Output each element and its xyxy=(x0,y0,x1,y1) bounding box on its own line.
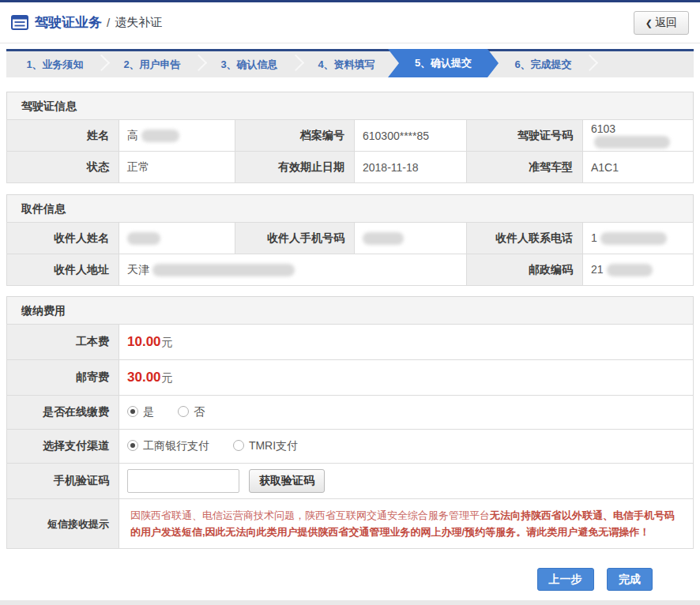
radio-tmri-pay-label[interactable]: TMRI支付 xyxy=(249,439,298,452)
value-text: 天津 xyxy=(127,263,149,276)
table-row: 收件人姓名 收件人手机号码 收件人联系电话 1 xyxy=(7,223,694,254)
value-text: 21 xyxy=(591,263,604,276)
payment-section-title: 缴纳费用 xyxy=(6,296,694,325)
online-payment-options: 是 否 xyxy=(119,396,694,430)
step-4-fill-materials[interactable]: 4、资料填写 xyxy=(298,51,395,77)
bottom-divider-strip xyxy=(0,600,700,605)
field-label-online-payment: 是否在线缴费 xyxy=(7,396,119,430)
previous-step-button[interactable]: 上一步 xyxy=(537,568,594,591)
field-value-recipient-phone: 1 xyxy=(583,223,694,254)
step-navigation: 1、业务须知 2、用户申告 3、确认信息 4、资料填写 5、确认提交 6、完成提… xyxy=(6,49,694,77)
radio-icbc-pay-label[interactable]: 工商银行支付 xyxy=(143,439,209,452)
field-label-sms-notice: 短信接收提示 xyxy=(7,499,119,549)
value-text: 高 xyxy=(127,129,138,141)
step-label: 6、完成提交 xyxy=(514,58,571,72)
back-arrow-icon: ❮ xyxy=(645,18,653,28)
step-separator xyxy=(581,54,598,71)
field-value-recipient-address: 天津 xyxy=(119,254,467,286)
get-sms-code-button[interactable]: 获取验证码 xyxy=(249,469,325,493)
back-button[interactable]: ❮返回 xyxy=(634,11,689,35)
field-label-recipient-mobile: 收件人手机号码 xyxy=(235,223,355,254)
field-value-production-fee: 10.00元 xyxy=(119,325,694,360)
step-3-confirm-info[interactable]: 3、确认信息 xyxy=(201,51,298,77)
pickup-info-table: 收件人姓名 收件人手机号码 收件人联系电话 1 收件人地址 天津 邮政编码 21 xyxy=(6,222,694,286)
payment-section: 缴纳费用 工本费 10.00元 邮寄费 30.00元 是否在线缴费 是 否 选择… xyxy=(6,296,694,549)
pickup-info-section: 取件信息 收件人姓名 收件人手机号码 收件人联系电话 1 收件人地址 天津 邮政… xyxy=(6,194,694,286)
field-label-status: 状态 xyxy=(7,152,119,183)
license-section-title: 驾驶证信息 xyxy=(6,92,694,120)
radio-no-label[interactable]: 否 xyxy=(194,405,205,418)
notice-text-normal: 因陕西省联通、电信运营商技术问题，陕西省互联网交通安全综合服务管理平台 xyxy=(130,509,490,521)
table-row: 短信接收提示 因陕西省联通、电信运营商技术问题，陕西省互联网交通安全综合服务管理… xyxy=(7,499,694,549)
value-text: A1C1 xyxy=(591,161,619,174)
field-label-payment-channel: 选择支付渠道 xyxy=(7,430,119,464)
fee-amount: 10.00 xyxy=(127,334,161,349)
redacted-blur xyxy=(141,130,179,142)
field-value-recipient-name xyxy=(119,223,235,254)
field-label-sms-code: 手机验证码 xyxy=(7,464,119,499)
field-label-recipient-phone: 收件人联系电话 xyxy=(467,223,583,254)
step-5-confirm-submit-active[interactable]: 5、确认提交 xyxy=(388,49,499,77)
table-row: 收件人地址 天津 邮政编码 21 xyxy=(7,254,694,286)
field-value-status: 正常 xyxy=(119,152,235,183)
redacted-blur xyxy=(363,232,404,245)
field-label-name: 姓名 xyxy=(7,120,119,152)
footer-actions: 上一步 完成 xyxy=(0,568,700,591)
radio-no[interactable] xyxy=(178,406,189,417)
radio-yes[interactable] xyxy=(127,406,138,417)
table-row: 是否在线缴费 是 否 xyxy=(7,396,694,430)
value-text: 610300****85 xyxy=(363,130,429,142)
step-label: 5、确认提交 xyxy=(415,56,472,70)
fee-amount: 30.00 xyxy=(127,370,161,385)
table-row: 邮寄费 30.00元 xyxy=(7,360,694,396)
field-value-postal-code: 21 xyxy=(583,254,694,286)
payment-channel-options: 工商银行支付 TMRI支付 xyxy=(119,430,694,464)
breadcrumb-separator: / xyxy=(107,16,110,29)
field-value-recipient-mobile xyxy=(355,223,467,254)
field-value-license-number: 6103 xyxy=(583,120,694,152)
field-value-file-number: 610300****85 xyxy=(355,120,467,152)
field-value-vehicle-class: A1C1 xyxy=(583,152,694,183)
step-6-complete-submit[interactable]: 6、完成提交 xyxy=(495,51,592,77)
sms-code-field: 获取验证码 xyxy=(119,464,694,499)
redacted-blur xyxy=(594,136,670,148)
step-1-business-notice[interactable]: 1、业务须知 xyxy=(6,51,103,77)
field-label-postage-fee: 邮寄费 xyxy=(7,360,119,396)
field-label-vehicle-class: 准驾车型 xyxy=(467,152,583,183)
step-2-user-declaration[interactable]: 2、用户申告 xyxy=(103,51,201,77)
field-label-recipient-name: 收件人姓名 xyxy=(7,223,119,254)
license-info-section: 驾驶证信息 姓名 高 档案编号 610300****85 驾驶证号码 6103 … xyxy=(6,92,694,183)
redacted-blur xyxy=(152,264,295,276)
field-value-name: 高 xyxy=(119,120,235,152)
fee-unit: 元 xyxy=(162,371,173,384)
back-label: 返回 xyxy=(655,16,677,28)
page-title: 驾驶证业务 xyxy=(35,13,102,32)
redacted-blur xyxy=(607,264,653,276)
breadcrumb-current: 遗失补证 xyxy=(115,15,162,30)
field-label-production-fee: 工本费 xyxy=(7,325,119,360)
sms-code-input[interactable] xyxy=(127,469,239,493)
table-row: 工本费 10.00元 xyxy=(7,325,694,360)
step-label: 3、确认信息 xyxy=(220,58,277,72)
pickup-section-title: 取件信息 xyxy=(6,194,694,223)
value-text: 1 xyxy=(591,231,597,244)
field-label-file-number: 档案编号 xyxy=(235,120,355,152)
radio-yes-label[interactable]: 是 xyxy=(143,405,154,418)
payment-table: 工本费 10.00元 邮寄费 30.00元 是否在线缴费 是 否 选择支付渠道 … xyxy=(6,324,694,549)
radio-tmri-pay[interactable] xyxy=(233,440,244,451)
radio-icbc-pay[interactable] xyxy=(127,440,138,451)
field-value-postage-fee: 30.00元 xyxy=(119,360,694,396)
field-label-recipient-address: 收件人地址 xyxy=(7,254,119,286)
step-label: 2、用户申告 xyxy=(123,58,180,72)
fee-unit: 元 xyxy=(162,336,173,348)
redacted-blur xyxy=(600,232,667,245)
value-text: 6103 xyxy=(591,122,615,135)
step-label: 4、资料填写 xyxy=(318,58,374,72)
value-text: 正常 xyxy=(127,160,149,173)
value-text: 2018-11-18 xyxy=(363,161,419,174)
table-row: 手机验证码 获取验证码 xyxy=(7,464,694,499)
form-list-icon xyxy=(11,15,28,30)
finish-button[interactable]: 完成 xyxy=(607,568,653,591)
step-label: 1、业务须知 xyxy=(26,58,83,72)
table-row: 状态 正常 有效期止日期 2018-11-18 准驾车型 A1C1 xyxy=(7,152,694,183)
